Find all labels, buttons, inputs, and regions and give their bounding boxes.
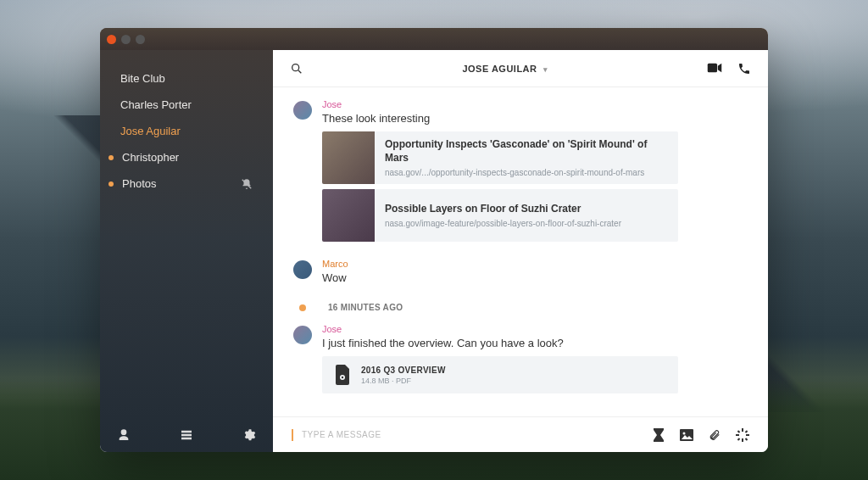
more-icon[interactable] <box>736 428 749 442</box>
sidebar-footer <box>100 418 273 452</box>
svg-rect-7 <box>742 438 743 442</box>
svg-rect-13 <box>737 438 741 441</box>
svg-point-3 <box>342 377 343 378</box>
file-meta: 14.8 MB · PDF <box>361 377 446 385</box>
message-group: Marco Wow <box>293 259 748 291</box>
link-thumbnail <box>322 189 375 242</box>
chevron-down-icon: ▾ <box>543 65 548 74</box>
message-text: Wow <box>322 271 748 284</box>
attachment-icon[interactable] <box>709 428 721 442</box>
svg-rect-9 <box>746 434 749 436</box>
message-list: Jose These look interesting Opportunity … <box>273 87 768 416</box>
composer-cursor-icon <box>292 429 293 441</box>
conversation-label: Charles Porter <box>120 98 192 111</box>
composer-input[interactable]: TYPE A MESSAGE <box>302 430 644 439</box>
svg-point-0 <box>292 64 299 70</box>
message-text: I just finished the overview. Can you ha… <box>322 337 748 349</box>
conversation-item[interactable]: Christopher <box>100 144 273 170</box>
conversation-item[interactable]: Photos <box>100 170 273 197</box>
window-close-button[interactable] <box>107 35 116 44</box>
sidebar: Bite Club Charles Porter Jose Aguilar Ch… <box>100 28 273 452</box>
unread-dot-icon <box>108 155 114 160</box>
message-group: Jose I just finished the overview. Can y… <box>293 324 748 393</box>
svg-rect-10 <box>737 430 741 433</box>
conversation-label: Photos <box>122 177 156 190</box>
conversation-item[interactable]: Bite Club <box>100 65 273 92</box>
conversation-list: Bite Club Charles Porter Jose Aguilar Ch… <box>100 50 273 418</box>
link-url: nasa.gov/image-feature/possible-layers-o… <box>385 219 621 228</box>
message-group: Jose These look interesting Opportunity … <box>293 99 748 247</box>
link-preview-card[interactable]: Possible Layers on Floor of Suzhi Crater… <box>322 189 678 242</box>
conversation-label: Christopher <box>122 151 179 164</box>
conversation-label: Jose Aguilar <box>120 125 181 137</box>
chat-app-window: Bite Club Charles Porter Jose Aguilar Ch… <box>100 28 768 452</box>
timed-message-icon[interactable] <box>653 428 665 442</box>
link-title: Opportunity Inspects 'Gasconade' on 'Spi… <box>385 138 668 165</box>
svg-rect-11 <box>745 438 748 441</box>
message-composer: TYPE A MESSAGE <box>273 416 768 452</box>
message-text: These look interesting <box>322 112 748 125</box>
timestamp-label: 16 MINUTES AGO <box>328 303 403 312</box>
avatar[interactable] <box>293 326 312 344</box>
link-thumbnail <box>322 131 375 184</box>
link-url: nasa.gov/.../opportunity-inspects-gascon… <box>385 168 668 177</box>
header-actions <box>707 62 751 75</box>
conversation-item-active[interactable]: Jose Aguilar <box>100 118 273 144</box>
link-preview-card[interactable]: Opportunity Inspects 'Gasconade' on 'Spi… <box>322 131 678 184</box>
conversation-title-label: JOSE AGUILAR <box>462 64 537 74</box>
main-panel: JOSE AGUILAR ▾ Jose These look interesti… <box>273 28 768 452</box>
conversation-label: Bite Club <box>120 72 165 85</box>
settings-icon[interactable] <box>242 428 256 442</box>
link-title: Possible Layers on Floor of Suzhi Crater <box>385 203 621 216</box>
timestamp-divider: 16 MINUTES AGO <box>293 303 748 312</box>
archive-icon[interactable] <box>180 428 193 442</box>
svg-rect-8 <box>736 434 739 436</box>
conversation-title[interactable]: JOSE AGUILAR ▾ <box>303 64 707 74</box>
conversation-header: JOSE AGUILAR ▾ <box>273 50 768 87</box>
file-attachment-card[interactable]: 2016 Q3 OVERVIEW 14.8 MB · PDF <box>322 356 678 393</box>
file-name: 2016 Q3 OVERVIEW <box>361 366 446 375</box>
avatar[interactable] <box>293 101 312 120</box>
message-author: Jose <box>322 99 748 109</box>
window-maximize-button[interactable] <box>136 35 145 44</box>
video-call-icon[interactable] <box>707 62 722 75</box>
svg-rect-12 <box>745 430 748 433</box>
image-icon[interactable] <box>680 429 693 441</box>
muted-icon <box>241 178 253 190</box>
svg-rect-1 <box>708 63 717 72</box>
message-author: Jose <box>322 324 748 334</box>
file-icon <box>334 365 351 385</box>
search-icon[interactable] <box>290 62 303 75</box>
avatar[interactable] <box>293 260 312 279</box>
contacts-icon[interactable] <box>117 428 131 442</box>
audio-call-icon[interactable] <box>737 62 751 75</box>
window-titlebar <box>100 28 768 50</box>
message-author: Marco <box>322 259 748 269</box>
conversation-item[interactable]: Charles Porter <box>100 92 273 118</box>
unread-marker-icon <box>299 304 306 311</box>
unread-dot-icon <box>108 181 114 187</box>
window-minimize-button[interactable] <box>121 35 131 44</box>
svg-point-5 <box>683 432 686 434</box>
svg-rect-6 <box>742 428 743 432</box>
